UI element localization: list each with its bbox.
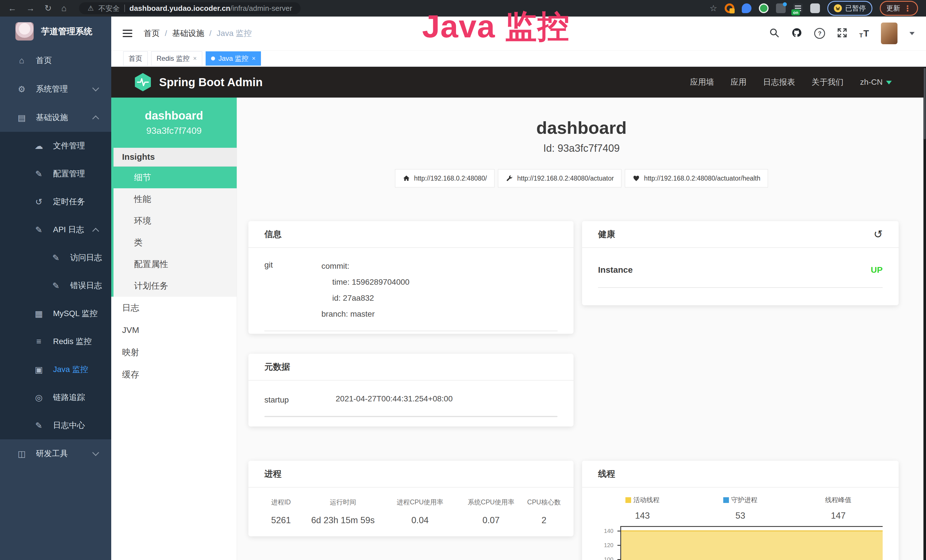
sidebar-item-tracing[interactable]: ◎ 链路追踪 xyxy=(0,383,111,412)
sba-nav-about[interactable]: 关于我们 xyxy=(812,77,844,88)
address-bar[interactable]: ⚠ 不安全 dashboard.yudao.iocoder.cn/infra/a… xyxy=(79,2,301,14)
extension-green-icon[interactable] xyxy=(759,3,769,13)
avatar-caret-icon[interactable] xyxy=(909,32,915,38)
health-url-button[interactable]: http://192.168.0.2:48080/actuator/health xyxy=(625,169,768,188)
font-size-icon[interactable]: TT xyxy=(859,28,869,39)
sba-item-scheduled-tasks[interactable]: 计划任务 xyxy=(113,275,237,297)
axis-tick xyxy=(617,545,620,546)
process-table-header: 进程ID 运行时间 进程CPU使用率 系统CPU使用率 CPU核心数 xyxy=(260,498,562,507)
breadcrumb-infra[interactable]: 基础设施 xyxy=(172,28,204,39)
tab-label: Java 监控 xyxy=(218,54,248,63)
edit-icon: ✎ xyxy=(34,225,44,235)
browser-menu-dots-icon[interactable]: ⋮ xyxy=(903,4,911,13)
live-threads-area-series xyxy=(621,530,883,560)
locale-selector[interactable]: zh-CN xyxy=(860,77,892,87)
profile-paused-badge[interactable]: 已暂停 xyxy=(827,1,872,16)
sidebar-item-error-log[interactable]: ✎ 错误日志 xyxy=(0,272,111,300)
instance-id: 93a3fc7f7409 xyxy=(146,126,202,136)
sidebar-item-files[interactable]: ☁ 文件管理 xyxy=(0,132,111,160)
sba-brand-title[interactable]: Spring Boot Admin xyxy=(159,76,263,89)
not-secure-label: 不安全 xyxy=(98,4,120,13)
sidebar-collapse-icon[interactable] xyxy=(123,30,132,37)
sidebar-item-label: 定时任务 xyxy=(53,196,85,207)
help-icon[interactable]: ? xyxy=(814,28,825,39)
process-card: 进程 进程ID 运行时间 进程CPU使用率 系统CPU使用率 CPU核心数 52… xyxy=(248,461,573,536)
sidebar-item-redis[interactable]: ≡ Redis 监控 xyxy=(0,327,111,356)
chevron-down-icon xyxy=(92,85,99,91)
sidebar-item-config[interactable]: ✎ 配置管理 xyxy=(0,160,111,188)
browser-reload-icon[interactable]: ↻ xyxy=(44,4,51,12)
col-pid: 进程ID xyxy=(260,498,302,507)
eye-icon: ◎ xyxy=(34,392,44,403)
browser-update-button[interactable]: 更新 ⋮ xyxy=(880,1,918,16)
sidebar-item-system[interactable]: ⚙ 系统管理 xyxy=(0,75,111,103)
actuator-url-button[interactable]: http://192.168.0.2:48080/actuator xyxy=(498,169,622,188)
sba-nav-applications[interactable]: 应用 xyxy=(731,77,747,88)
extension-grid-icon[interactable] xyxy=(776,3,786,13)
bookmark-star-icon[interactable]: ☆ xyxy=(710,4,717,12)
screenshot-root: ← → ↻ ⌂ ⚠ 不安全 dashboard.yudao.iocoder.cn… xyxy=(0,0,926,560)
close-icon[interactable]: × xyxy=(193,55,197,62)
sba-item-jvm[interactable]: JVM xyxy=(111,319,237,341)
sidebar-item-access-log[interactable]: ✎ 访问日志 xyxy=(0,244,111,272)
sba-item-environment[interactable]: 环境 xyxy=(113,210,237,232)
sidebar-item-infra[interactable]: ▤ 基础设施 xyxy=(0,103,111,132)
search-icon[interactable] xyxy=(769,28,779,39)
health-instance-label[interactable]: Instance xyxy=(598,265,633,275)
scrollbar-thumb[interactable] xyxy=(924,68,926,139)
browser-home-icon[interactable]: ⌂ xyxy=(61,4,67,12)
tab-label: Redis 监控 xyxy=(157,54,190,63)
tab-redis-monitor[interactable]: Redis 监控 × xyxy=(151,51,202,66)
service-url-button[interactable]: http://192.168.0.2:48080/ xyxy=(395,169,495,188)
chevron-up-icon xyxy=(92,115,99,122)
sidebar-item-dev-tools[interactable]: ◫ 研发工具 xyxy=(0,439,111,468)
sba-item-details[interactable]: 细节 xyxy=(113,166,237,188)
threads-card: 线程 活动线程 守护进程 线程峰值 143 53 147 xyxy=(582,461,899,560)
col-cpu-cores: CPU核心数 xyxy=(526,498,562,507)
breadcrumb-separator: / xyxy=(165,29,167,38)
sidebar-item-api-log[interactable]: ✎ API 日志 xyxy=(0,216,111,244)
sba-nav-journal[interactable]: 日志报表 xyxy=(763,77,795,88)
update-label: 更新 xyxy=(887,4,900,13)
metadata-key-startup: startup xyxy=(264,393,336,404)
font-size-small-t: T xyxy=(859,32,863,39)
fullscreen-icon[interactable] xyxy=(837,28,847,39)
sba-item-classes[interactable]: 类 xyxy=(113,232,237,253)
sidebar-item-home[interactable]: ⌂ 首页 xyxy=(0,46,111,75)
sba-item-config-props[interactable]: 配置属性 xyxy=(113,253,237,275)
extension-eyedropper-icon[interactable] xyxy=(742,3,752,13)
sidebar-item-mysql[interactable]: ▦ MySQL 监控 xyxy=(0,300,111,327)
close-icon[interactable]: × xyxy=(252,55,256,62)
sba-item-metrics[interactable]: 性能 xyxy=(113,188,237,210)
extension-colorzilla-icon[interactable] xyxy=(725,3,734,13)
sba-item-caches[interactable]: 缓存 xyxy=(111,363,237,386)
sidebar-item-label: MySQL 监控 xyxy=(53,308,98,319)
y-tick-100: 100 xyxy=(598,556,613,560)
breadcrumb-home[interactable]: 首页 xyxy=(144,28,160,39)
github-icon[interactable] xyxy=(791,27,802,39)
sidebar-item-jobs[interactable]: ↺ 定时任务 xyxy=(0,188,111,216)
status-badge: UP xyxy=(871,265,883,275)
history-icon[interactable]: ↺ xyxy=(873,228,883,241)
tab-java-monitor[interactable]: Java 监控 × xyxy=(206,51,261,66)
extensions-puzzle-icon[interactable] xyxy=(810,3,820,13)
sidebar-item-log-center[interactable]: ✎ 日志中心 xyxy=(0,412,111,439)
page-scrollbar[interactable] xyxy=(923,67,926,560)
tab-home[interactable]: 首页 xyxy=(123,51,148,66)
process-cpu-value: 0.04 xyxy=(384,515,456,525)
app-logo-row[interactable]: 芋道管理系统 xyxy=(0,17,111,46)
extension-list-icon[interactable]: on xyxy=(793,3,803,13)
sidebar-item-java-monitor[interactable]: ▣ Java 监控 xyxy=(0,356,111,383)
sba-item-mappings[interactable]: 映射 xyxy=(111,341,237,363)
user-avatar[interactable] xyxy=(881,23,897,44)
browser-forward-icon[interactable]: → xyxy=(26,4,35,12)
info-card: 信息 git commit: time: 1596289704000 id: 2… xyxy=(248,221,573,334)
process-card-title: 进程 xyxy=(264,468,281,480)
sba-nav-wallboard[interactable]: 应用墙 xyxy=(690,77,714,88)
sba-item-logs[interactable]: 日志 xyxy=(111,297,237,319)
instance-page-id: Id: 93a3fc7f7409 xyxy=(237,142,926,154)
col-uptime: 运行时间 xyxy=(302,498,384,507)
peak-threads-value: 147 xyxy=(790,511,887,521)
app-title: 芋道管理系统 xyxy=(41,26,92,37)
browser-back-icon[interactable]: ← xyxy=(8,4,17,12)
